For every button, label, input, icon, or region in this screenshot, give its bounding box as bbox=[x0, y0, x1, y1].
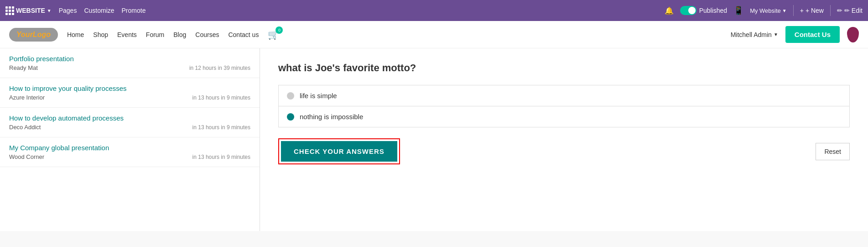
sidebar-item-time-3: in 13 hours in 9 minutes bbox=[192, 154, 250, 160]
divider2 bbox=[830, 5, 831, 16]
sidebar-item-title-2[interactable]: How to develop automated processes bbox=[9, 114, 250, 122]
mobile-preview-icon[interactable]: 📱 bbox=[733, 5, 743, 16]
new-label: + New bbox=[806, 7, 824, 14]
question-title: what is Joe's favorite motto? bbox=[278, 62, 850, 74]
published-toggle[interactable] bbox=[680, 6, 696, 15]
check-answers-wrapper: CHECK YOUR ANSWERS bbox=[278, 138, 400, 164]
admin-bar-left: WEBSITE ▼ Pages Customize Promote bbox=[5, 6, 661, 15]
answer-text-1: nothing is impossible bbox=[300, 113, 363, 121]
nav-right: Mitchell Admin ▼ Contact Us bbox=[731, 26, 859, 43]
sidebar-item-meta-0: Ready Mat in 12 hours in 39 minutes bbox=[9, 64, 250, 71]
pencil-icon: ✏ bbox=[837, 7, 842, 14]
sidebar-item-time-0: in 12 hours in 39 minutes bbox=[189, 65, 250, 71]
sidebar-item-title-0[interactable]: Portfolio presentation bbox=[9, 55, 250, 63]
answer-text-0: life is simple bbox=[300, 92, 337, 100]
sidebar-item-company-2: Deco Addict bbox=[9, 124, 41, 131]
answer-option-1[interactable]: nothing is impossible bbox=[278, 106, 850, 127]
sidebar-item-time-2: in 13 hours in 9 minutes bbox=[192, 124, 250, 131]
admin-bar: WEBSITE ▼ Pages Customize Promote 🔔 Publ… bbox=[0, 0, 868, 21]
content-area: what is Joe's favorite motto? life is si… bbox=[260, 48, 868, 231]
cart-icon[interactable]: 🛒 0 bbox=[268, 29, 279, 40]
nav-contact-us[interactable]: Contact us bbox=[228, 31, 259, 38]
nav-courses[interactable]: Courses bbox=[195, 31, 219, 38]
nav-shop[interactable]: Shop bbox=[93, 31, 108, 38]
pages-nav-item[interactable]: Pages bbox=[59, 7, 77, 14]
my-website-chevron-icon: ▼ bbox=[782, 8, 787, 13]
sidebar-item-time-1: in 13 hours in 9 minutes bbox=[192, 95, 250, 101]
sidebar-item-1: How to improve your quality processes Az… bbox=[0, 78, 260, 108]
edit-label: ✏ Edit bbox=[844, 7, 863, 14]
admin-user-label: Mitchell Admin bbox=[731, 31, 772, 38]
sidebar-item-0: Portfolio presentation Ready Mat in 12 h… bbox=[0, 48, 260, 78]
nav-home[interactable]: Home bbox=[67, 31, 84, 38]
nav-blog[interactable]: Blog bbox=[173, 31, 186, 38]
published-label: Published bbox=[699, 7, 728, 14]
grid-icon bbox=[5, 6, 14, 15]
customize-nav-item[interactable]: Customize bbox=[84, 7, 114, 14]
edit-button[interactable]: ✏ ✏ Edit bbox=[837, 7, 863, 14]
main-content: Portfolio presentation Ready Mat in 12 h… bbox=[0, 48, 868, 231]
answers-list: life is simple nothing is impossible bbox=[278, 85, 850, 127]
sidebar-item-company-3: Wood Corner bbox=[9, 153, 44, 160]
radio-dot-0 bbox=[287, 92, 294, 100]
sidebar-item-title-1[interactable]: How to improve your quality processes bbox=[9, 84, 250, 92]
sidebar-item-meta-2: Deco Addict in 13 hours in 9 minutes bbox=[9, 124, 250, 131]
contact-us-button[interactable]: Contact Us bbox=[785, 26, 840, 43]
website-chevron-icon: ▼ bbox=[47, 8, 52, 13]
website-menu[interactable]: WEBSITE ▼ bbox=[5, 6, 52, 15]
new-button[interactable]: + + New bbox=[800, 7, 824, 14]
cart-badge: 0 bbox=[275, 26, 283, 34]
logo[interactable]: YourLogo bbox=[9, 28, 58, 42]
sidebar-item-company-1: Azure Interior bbox=[9, 94, 45, 101]
published-toggle-container: Published bbox=[680, 6, 728, 15]
radio-dot-1 bbox=[287, 113, 294, 121]
reset-button[interactable]: Reset bbox=[816, 143, 850, 160]
answer-option-0[interactable]: life is simple bbox=[278, 85, 850, 106]
sidebar-item-title-3[interactable]: My Company global presentation bbox=[9, 144, 250, 152]
divider bbox=[793, 5, 794, 16]
promote-nav-item[interactable]: Promote bbox=[122, 7, 146, 14]
odoo-icon bbox=[847, 27, 859, 42]
admin-user-chevron-icon: ▼ bbox=[774, 32, 778, 37]
website-label: WEBSITE bbox=[16, 7, 45, 14]
notification-icon[interactable]: 🔔 bbox=[665, 6, 674, 15]
admin-user-menu[interactable]: Mitchell Admin ▼ bbox=[731, 31, 778, 38]
nav-events[interactable]: Events bbox=[117, 31, 137, 38]
my-website-label: My Website bbox=[750, 7, 781, 14]
nav-links: Home Shop Events Forum Blog Courses Cont… bbox=[67, 29, 722, 40]
sidebar-item-meta-3: Wood Corner in 13 hours in 9 minutes bbox=[9, 153, 250, 160]
plus-icon: + bbox=[800, 7, 804, 14]
sidebar: Portfolio presentation Ready Mat in 12 h… bbox=[0, 48, 260, 231]
actions-row: CHECK YOUR ANSWERS Reset bbox=[278, 138, 850, 164]
my-website-button[interactable]: My Website ▼ bbox=[750, 7, 787, 14]
sidebar-item-3: My Company global presentation Wood Corn… bbox=[0, 137, 260, 167]
nav-bar: YourLogo Home Shop Events Forum Blog Cou… bbox=[0, 21, 868, 48]
sidebar-item-meta-1: Azure Interior in 13 hours in 9 minutes bbox=[9, 94, 250, 101]
sidebar-item-2: How to develop automated processes Deco … bbox=[0, 108, 260, 137]
logo-text: YourLogo bbox=[16, 31, 51, 38]
nav-forum[interactable]: Forum bbox=[146, 31, 164, 38]
sidebar-item-company-0: Ready Mat bbox=[9, 64, 38, 71]
check-answers-button[interactable]: CHECK YOUR ANSWERS bbox=[281, 141, 397, 162]
admin-bar-right: 🔔 Published 📱 My Website ▼ + + New ✏ ✏ E… bbox=[665, 5, 863, 16]
